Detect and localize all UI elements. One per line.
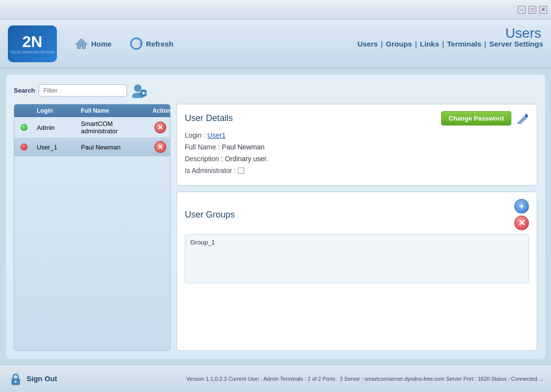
search-input[interactable] bbox=[39, 84, 127, 97]
detail-actions: Change Password bbox=[441, 111, 529, 125]
title-bar: – □ ✕ bbox=[0, 0, 551, 20]
status-cell bbox=[14, 121, 34, 134]
nav-groups[interactable]: Groups bbox=[386, 40, 412, 48]
action-cell: ✕ bbox=[150, 138, 170, 156]
add-group-button[interactable]: + bbox=[514, 199, 529, 214]
window-controls: – □ ✕ bbox=[518, 6, 547, 14]
svg-marker-0 bbox=[75, 39, 87, 49]
groups-list: Group_1 bbox=[185, 234, 529, 283]
user-detail-panel: User Details Change Password Login : Use… bbox=[176, 104, 537, 351]
home-button[interactable]: Home bbox=[67, 33, 120, 54]
fullname-cell: Paul Newman bbox=[78, 141, 150, 154]
maximize-button[interactable]: □ bbox=[528, 6, 536, 14]
footer: Sign Out Version 1.1.0.2.3 Current User … bbox=[0, 365, 551, 392]
nav-section: Home Refresh bbox=[67, 33, 181, 54]
nav-terminals[interactable]: Terminals bbox=[447, 40, 481, 48]
nav-users[interactable]: Users bbox=[357, 40, 378, 48]
action-cell: ✕ bbox=[150, 119, 170, 136]
user-table-header: Login Full Name Action bbox=[14, 104, 170, 117]
table-row[interactable]: User_1 Paul Newman ✕ bbox=[14, 138, 170, 156]
group-controls: + ✕ bbox=[514, 199, 529, 230]
logo: 2N TELECOMMUNICATIONS bbox=[8, 25, 57, 62]
fullname-label: Full Name : bbox=[185, 143, 220, 151]
user-details-section: User Details Change Password Login : Use… bbox=[176, 104, 537, 186]
nav-sep-2: | bbox=[415, 40, 417, 48]
nav-sep-4: | bbox=[484, 40, 486, 48]
description-value: Ordinary user. bbox=[225, 155, 268, 163]
header: 2N TELECOMMUNICATIONS Home Refresh Users… bbox=[0, 20, 551, 69]
sign-out-button[interactable]: Sign Out bbox=[8, 371, 57, 387]
login-field: Login : User1 bbox=[185, 131, 529, 139]
detail-title: User Details bbox=[185, 113, 233, 123]
description-field: Description : Ordinary user. bbox=[185, 155, 529, 163]
svg-point-9 bbox=[15, 381, 17, 383]
user-list-panel: Login Full Name Action Admin SmartCOM ad… bbox=[14, 104, 171, 351]
delete-user-button[interactable]: ✕ bbox=[154, 141, 166, 153]
groups-header: User Groups + ✕ bbox=[185, 199, 529, 230]
table-row[interactable]: Admin SmartCOM administrator ✕ bbox=[14, 117, 170, 138]
home-label: Home bbox=[91, 40, 112, 48]
status-bar: Version 1.1.0.2.3 Current User : Admin T… bbox=[186, 376, 543, 382]
status-cell bbox=[14, 141, 34, 153]
status-dot-red bbox=[21, 144, 27, 150]
login-label: Login : bbox=[185, 131, 205, 139]
status-dot-green bbox=[21, 124, 27, 131]
col-fullname-header: Full Name bbox=[78, 104, 150, 117]
nav-sep-3: | bbox=[442, 40, 444, 48]
main-content: Search Login Full Name Action bbox=[6, 74, 545, 359]
is-admin-field: Is Administrator : bbox=[185, 167, 529, 174]
remove-group-button[interactable]: ✕ bbox=[514, 216, 529, 230]
home-icon bbox=[75, 37, 88, 50]
close-button[interactable]: ✕ bbox=[539, 6, 547, 14]
detail-header: User Details Change Password bbox=[185, 111, 529, 125]
nav-sep-1: | bbox=[381, 40, 383, 48]
svg-point-3 bbox=[134, 85, 141, 92]
user-groups-section: User Groups + ✕ Group_1 bbox=[176, 192, 537, 351]
refresh-icon bbox=[129, 37, 143, 50]
sign-out-label: Sign Out bbox=[26, 374, 57, 383]
change-password-button[interactable]: Change Password bbox=[441, 111, 511, 125]
delete-user-button[interactable]: ✕ bbox=[154, 122, 166, 133]
add-user-button[interactable] bbox=[131, 82, 147, 98]
page-title: Users bbox=[505, 25, 541, 41]
edit-icon[interactable] bbox=[515, 112, 529, 125]
col-action-header: Action bbox=[150, 104, 170, 117]
logo-brand: 2N bbox=[23, 34, 43, 49]
is-admin-label: Is Administrator : bbox=[185, 167, 236, 174]
search-label: Search bbox=[14, 87, 35, 94]
search-row: Search bbox=[14, 82, 537, 98]
login-value[interactable]: User1 bbox=[207, 131, 225, 139]
content-split: Login Full Name Action Admin SmartCOM ad… bbox=[14, 104, 537, 351]
col-status-header bbox=[14, 104, 34, 117]
login-cell: User_1 bbox=[34, 141, 78, 154]
refresh-label: Refresh bbox=[146, 40, 174, 48]
description-label: Description : bbox=[185, 155, 223, 163]
login-cell: Admin bbox=[34, 121, 78, 134]
fullname-value: Paul Newman bbox=[222, 143, 265, 151]
logo-sub: TELECOMMUNICATIONS bbox=[10, 50, 54, 54]
fullname-cell: SmartCOM administrator bbox=[78, 117, 150, 138]
list-item[interactable]: Group_1 bbox=[188, 238, 526, 247]
minimize-button[interactable]: – bbox=[518, 6, 526, 14]
refresh-button[interactable]: Refresh bbox=[122, 33, 181, 54]
is-admin-checkbox[interactable] bbox=[238, 168, 244, 174]
fullname-field: Full Name : Paul Newman bbox=[185, 143, 529, 151]
groups-title: User Groups bbox=[185, 210, 235, 220]
lock-icon bbox=[8, 371, 24, 387]
svg-marker-2 bbox=[140, 42, 142, 46]
col-login-header: Login bbox=[34, 104, 78, 117]
nav-links-link[interactable]: Links bbox=[420, 40, 439, 48]
user-list-body: Admin SmartCOM administrator ✕ User_1 Pa… bbox=[14, 117, 170, 350]
